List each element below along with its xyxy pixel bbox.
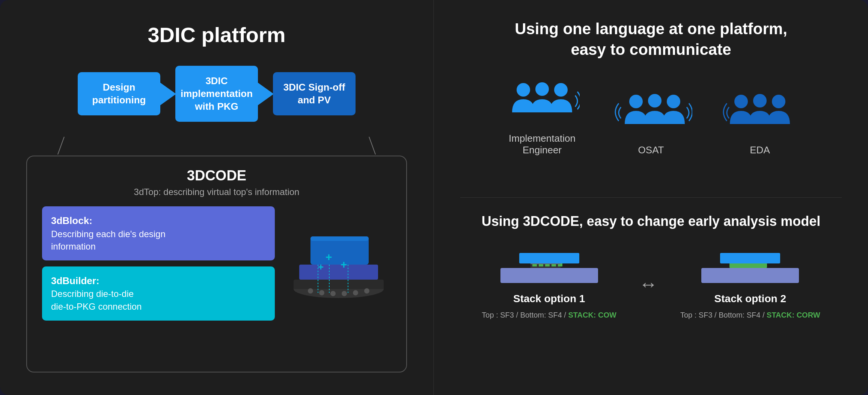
right-top: Using one language at one platform, easy… bbox=[460, 19, 842, 198]
person-group-1: Implementation Engineer bbox=[505, 79, 580, 156]
left-panel: 3DIC platform Design partitioning 3DIC i… bbox=[0, 0, 434, 395]
code-blocks-col: 3dBlock: Describing each die's design in… bbox=[42, 206, 275, 320]
chip-visual: + + + bbox=[286, 206, 391, 304]
people-row: Implementation Engineer bbox=[505, 79, 797, 156]
people-icon-1 bbox=[505, 79, 580, 127]
stack-option-1: Stack option 1 Top : SF3 / Bottom: SF4 /… bbox=[482, 249, 616, 319]
svg-rect-39 bbox=[748, 263, 752, 266]
block2-body: Describing die-to-die die-to-PKG connect… bbox=[51, 288, 266, 313]
people-icon-2 bbox=[610, 90, 692, 139]
block-box-1: 3dBlock: Describing each die's design in… bbox=[42, 206, 275, 260]
flow-row: Design partitioning 3DIC implementation … bbox=[26, 66, 407, 122]
code-subtitle: 3dTop: describing virtual top's informat… bbox=[42, 187, 391, 197]
svg-text:+: + bbox=[326, 251, 332, 263]
flow-arrow-2 bbox=[258, 83, 274, 105]
stack1-desc: Top : SF3 / Bottom: SF4 / STACK: COW bbox=[482, 311, 616, 319]
left-panel-title: 3DIC platform bbox=[26, 23, 407, 47]
svg-point-22 bbox=[667, 95, 680, 108]
diag-right bbox=[369, 137, 376, 155]
svg-text:+: + bbox=[341, 258, 347, 271]
svg-point-21 bbox=[648, 94, 662, 107]
svg-point-3 bbox=[319, 290, 324, 295]
svg-point-17 bbox=[517, 83, 530, 97]
flow-box-3: 3DIC Sign-off and PV bbox=[273, 72, 356, 116]
flow-box-1: Design partitioning bbox=[78, 72, 160, 116]
right-top-title: Using one language at one platform, easy… bbox=[515, 19, 787, 60]
svg-rect-41 bbox=[720, 253, 780, 263]
svg-text:+: + bbox=[318, 261, 324, 272]
svg-rect-33 bbox=[519, 253, 579, 263]
svg-point-20 bbox=[629, 95, 643, 108]
code-content: 3dBlock: Describing each die's design in… bbox=[42, 206, 391, 320]
code-title: 3DCODE bbox=[42, 168, 391, 184]
svg-point-25 bbox=[772, 95, 785, 108]
block1-body: Describing each die's design information bbox=[51, 228, 266, 253]
group-label-3: EDA bbox=[750, 144, 770, 156]
svg-point-23 bbox=[734, 95, 748, 108]
double-arrow: ↔ bbox=[639, 273, 658, 295]
svg-rect-26 bbox=[500, 268, 598, 283]
svg-rect-1 bbox=[294, 280, 384, 289]
svg-point-6 bbox=[353, 290, 358, 295]
svg-rect-38 bbox=[741, 263, 746, 266]
svg-point-2 bbox=[308, 288, 313, 294]
svg-rect-37 bbox=[735, 263, 740, 266]
person-group-2: OSAT bbox=[610, 90, 692, 156]
stack-option-2: Stack option 2 Top : SF3 / Bottom: SF4 /… bbox=[680, 249, 820, 319]
svg-point-7 bbox=[364, 288, 369, 294]
right-panel: Using one language at one platform, easy… bbox=[434, 0, 868, 395]
svg-point-5 bbox=[342, 291, 347, 296]
right-bottom-title: Using 3DCODE, easy to change early analy… bbox=[482, 213, 820, 230]
stack2-label: Stack option 2 bbox=[714, 293, 786, 305]
group-label-1: Implementation Engineer bbox=[509, 133, 576, 156]
code-container: 3DCODE 3dTop: describing virtual top's i… bbox=[26, 156, 407, 372]
chip-svg: + + + bbox=[288, 206, 389, 304]
stack-row: Stack option 1 Top : SF3 / Bottom: SF4 /… bbox=[482, 249, 820, 319]
svg-point-19 bbox=[554, 83, 568, 97]
connectors bbox=[26, 137, 407, 156]
stack1-label: Stack option 1 bbox=[513, 293, 585, 305]
right-bottom: Using 3DCODE, easy to change early analy… bbox=[460, 198, 842, 376]
svg-point-24 bbox=[753, 94, 767, 107]
person-group-3: EDA bbox=[722, 90, 797, 156]
flow-arrow-1 bbox=[160, 83, 176, 105]
svg-point-18 bbox=[535, 82, 549, 96]
flow-box-2: 3DIC implementation with PKG bbox=[175, 66, 258, 122]
svg-rect-8 bbox=[299, 265, 378, 280]
slide-container: 3DIC platform Design partitioning 3DIC i… bbox=[0, 0, 868, 395]
diag-left bbox=[57, 137, 65, 155]
block-box-2: 3dBuilder: Describing die-to-die die-to-… bbox=[42, 266, 275, 321]
stack-svg-1 bbox=[497, 249, 602, 287]
stack2-desc: Top : SF3 / Bottom: SF4 / STACK: CORW bbox=[680, 311, 820, 319]
group-label-2: OSAT bbox=[638, 144, 664, 156]
svg-rect-35 bbox=[701, 268, 799, 283]
svg-rect-10 bbox=[310, 236, 369, 241]
stack-svg-2 bbox=[698, 249, 803, 287]
svg-rect-34 bbox=[530, 263, 561, 264]
block1-title: 3dBlock: bbox=[51, 214, 266, 227]
block2-title: 3dBuilder: bbox=[51, 274, 266, 288]
people-icon-3 bbox=[722, 90, 797, 139]
svg-point-4 bbox=[330, 291, 336, 296]
svg-rect-40 bbox=[754, 263, 759, 266]
